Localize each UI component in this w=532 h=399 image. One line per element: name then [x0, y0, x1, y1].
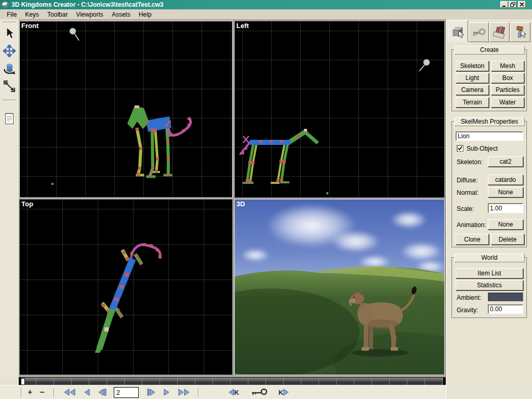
item-list-button[interactable]: Item List — [456, 268, 523, 278]
left-toolbar — [0, 19, 19, 377]
toolbar-separator — [3, 22, 16, 23]
key-icon — [472, 25, 486, 39]
skeleton-label: Skeleton: — [457, 158, 483, 166]
fast-forward-button[interactable] — [176, 388, 192, 397]
remove-key-button[interactable]: − — [36, 389, 48, 396]
lion-model[interactable] — [341, 276, 424, 360]
viewport-left[interactable]: Left — [234, 21, 445, 198]
ambient-swatch[interactable] — [488, 292, 523, 301]
notepad-icon — [4, 112, 15, 125]
statistics-button[interactable]: Statistics — [456, 280, 523, 290]
cloud — [391, 211, 427, 229]
viewport-3d[interactable]: 3D — [234, 199, 445, 375]
world-group: World Item List Statistics Ambient: Grav… — [451, 257, 527, 318]
skeleton-front[interactable] — [121, 102, 199, 182]
timeline-scrollbar[interactable] — [19, 377, 446, 385]
frame-number-input[interactable] — [114, 387, 139, 398]
create-terrain-button[interactable]: Terrain — [456, 97, 489, 108]
normal-value-button[interactable]: None — [488, 187, 523, 197]
diffuse-label: Diffuse: — [457, 177, 477, 184]
next-frame-button[interactable] — [145, 388, 157, 397]
select-tool-button[interactable] — [3, 26, 16, 40]
clone-button[interactable]: Clone — [456, 234, 489, 245]
menu-toolbar[interactable]: Toolbar — [44, 10, 71, 19]
gravity-input[interactable] — [488, 304, 523, 314]
rotate-tool-button[interactable] — [3, 62, 16, 75]
notes-tool-button[interactable] — [3, 112, 16, 125]
delete-button[interactable]: Delete — [491, 234, 524, 245]
skeleton-value-button[interactable]: cat2 — [488, 156, 523, 167]
light-gizmo[interactable] — [418, 58, 431, 73]
app-icon — [1, 1, 9, 9]
scale-tool-button[interactable] — [3, 79, 16, 93]
step-back-button[interactable] — [82, 388, 92, 397]
add-key-button[interactable]: + — [24, 389, 36, 396]
menu-assets[interactable]: Assets — [108, 10, 134, 19]
prev-key-button[interactable]: K — [226, 388, 241, 397]
title-bar: 3D Kingdoms Creator - C:\Jon\cw3\test\ca… — [0, 0, 532, 9]
gravity-label: Gravity: — [457, 307, 478, 314]
create-particles-button[interactable]: Particles — [491, 85, 524, 95]
controls-separator — [54, 388, 55, 397]
playback-controls: + − — [0, 385, 446, 399]
timeline-right-cap — [443, 378, 446, 385]
viewport-top-label: Top — [21, 200, 33, 208]
world-group-title: World — [454, 254, 525, 262]
create-water-button[interactable]: Water — [491, 97, 524, 108]
menu-bar: File Keys Toolbar Viewports Assets Help — [0, 9, 532, 19]
tab-paint-mode[interactable] — [510, 22, 530, 42]
sub-object-checkbox[interactable] — [457, 145, 463, 152]
create-skeleton-button[interactable]: Skeleton — [456, 61, 489, 71]
skelmesh-group: SkelMesh Properties Sub-Object Skeleton:… — [451, 121, 527, 248]
play-button[interactable] — [162, 388, 172, 397]
rotate-icon — [3, 62, 16, 75]
minimize-button[interactable] — [500, 1, 508, 8]
close-button[interactable] — [518, 1, 526, 8]
scale-input[interactable] — [488, 203, 523, 213]
create-camera-button[interactable]: Camera — [456, 85, 489, 95]
prev-frame-button[interactable] — [96, 388, 109, 397]
tool-cursor-icon — [513, 25, 528, 39]
scale-label: Scale: — [457, 205, 474, 212]
create-mesh-button[interactable]: Mesh — [491, 61, 524, 71]
next-key-arrow-icon — [283, 389, 289, 396]
menu-keys[interactable]: Keys — [21, 10, 43, 19]
sub-object-label: Sub-Object — [467, 145, 498, 152]
restore-button[interactable] — [509, 1, 516, 8]
light-gizmo[interactable] — [68, 26, 82, 42]
rewind-button[interactable] — [62, 388, 77, 397]
viewport-left-label: Left — [236, 22, 249, 30]
skeleton-side[interactable] — [237, 125, 321, 188]
skeleton-top[interactable] — [95, 241, 165, 353]
diffuse-value-button[interactable]: catardo — [488, 175, 523, 185]
app-window: 3D Kingdoms Creator - C:\Jon\cw3\test\ca… — [0, 0, 532, 399]
tab-keys-mode[interactable] — [469, 22, 489, 42]
mesh-name-input[interactable] — [456, 131, 523, 141]
menu-help[interactable]: Help — [135, 10, 155, 19]
minimize-icon — [502, 2, 507, 7]
menu-viewports[interactable]: Viewports — [72, 10, 107, 19]
restore-icon — [510, 2, 515, 7]
move-tool-button[interactable] — [3, 44, 16, 58]
tab-create-mode[interactable] — [448, 20, 468, 42]
create-group-title: Create — [454, 46, 525, 55]
checkmark-icon — [458, 146, 462, 151]
timeline-handle[interactable] — [21, 378, 25, 385]
viewport-front[interactable]: Front — [19, 21, 233, 198]
move-icon — [3, 45, 16, 57]
back-icon — [84, 389, 90, 396]
scene-marker — [51, 183, 54, 185]
viewport-3d-label: 3D — [236, 200, 245, 208]
key-button[interactable] — [248, 387, 270, 397]
scene-marker — [326, 192, 328, 194]
animation-value-button[interactable]: None — [488, 219, 523, 230]
fast-forward-icon — [178, 389, 190, 396]
create-box-button[interactable]: Box — [491, 73, 524, 83]
viewport-top[interactable]: Top — [19, 199, 233, 375]
cloud — [241, 249, 270, 261]
tab-assets-mode[interactable] — [489, 22, 510, 42]
controls-separator — [21, 388, 22, 397]
menu-file[interactable]: File — [3, 10, 20, 19]
next-key-button[interactable]: K — [276, 388, 291, 397]
create-light-button[interactable]: Light — [456, 73, 489, 83]
